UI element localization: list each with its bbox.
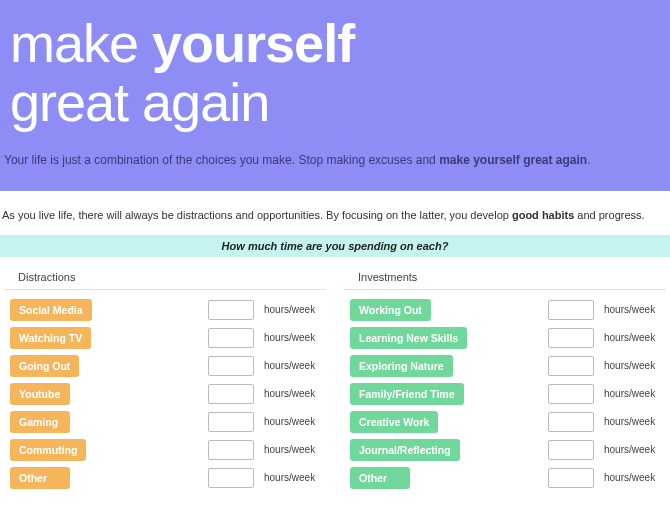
- list-item: Other hours/week: [4, 464, 326, 492]
- hours-input[interactable]: [548, 468, 594, 488]
- unit-label: hours/week: [260, 444, 326, 455]
- intro-post: and progress.: [574, 209, 644, 221]
- hero-word-3: great again: [10, 72, 269, 132]
- unit-label: hours/week: [600, 360, 666, 371]
- distraction-tag: Commuting: [10, 439, 86, 461]
- list-item: Going Out hours/week: [4, 352, 326, 380]
- unit-label: hours/week: [260, 416, 326, 427]
- distraction-tag: Social Media: [10, 299, 92, 321]
- hours-input[interactable]: [548, 300, 594, 320]
- unit-label: hours/week: [600, 304, 666, 315]
- tagline-post: .: [587, 153, 590, 167]
- hours-input[interactable]: [548, 384, 594, 404]
- list-item: Watching TV hours/week: [4, 324, 326, 352]
- list-item: Creative Work hours/week: [344, 408, 666, 436]
- list-item: Family/Friend Time hours/week: [344, 380, 666, 408]
- list-item: Gaming hours/week: [4, 408, 326, 436]
- distraction-tag: Going Out: [10, 355, 79, 377]
- list-item: Youtube hours/week: [4, 380, 326, 408]
- distractions-column: Distractions Social Media hours/week Wat…: [4, 267, 326, 492]
- investment-tag: Exploring Nature: [350, 355, 453, 377]
- unit-label: hours/week: [600, 444, 666, 455]
- investment-tag: Creative Work: [350, 411, 438, 433]
- distraction-tag: Watching TV: [10, 327, 91, 349]
- list-item: Learning New Skills hours/week: [344, 324, 666, 352]
- hours-input[interactable]: [208, 356, 254, 376]
- unit-label: hours/week: [260, 332, 326, 343]
- list-item: Other hours/week: [344, 464, 666, 492]
- hours-input[interactable]: [548, 440, 594, 460]
- tagline-emph: make yourself great again: [439, 153, 587, 167]
- unit-label: hours/week: [600, 416, 666, 427]
- hero-title: make yourself great again: [10, 14, 660, 133]
- unit-label: hours/week: [600, 472, 666, 483]
- intro-emph: good habits: [512, 209, 574, 221]
- unit-label: hours/week: [600, 388, 666, 399]
- intro-pre: As you live life, there will always be d…: [2, 209, 512, 221]
- unit-label: hours/week: [260, 388, 326, 399]
- columns-wrapper: Distractions Social Media hours/week Wat…: [0, 257, 670, 492]
- investments-column: Investments Working Out hours/week Learn…: [344, 267, 666, 492]
- list-item: Exploring Nature hours/week: [344, 352, 666, 380]
- list-item: Commuting hours/week: [4, 436, 326, 464]
- distraction-tag: Other: [10, 467, 70, 489]
- unit-label: hours/week: [260, 360, 326, 371]
- hours-input[interactable]: [208, 468, 254, 488]
- investment-tag: Journal/Reflecting: [350, 439, 460, 461]
- distraction-tag: Gaming: [10, 411, 70, 433]
- list-item: Social Media hours/week: [4, 296, 326, 324]
- intro-text: As you live life, there will always be d…: [0, 191, 670, 235]
- list-item: Journal/Reflecting hours/week: [344, 436, 666, 464]
- hours-input[interactable]: [208, 384, 254, 404]
- investments-header: Investments: [344, 267, 666, 290]
- distractions-header: Distractions: [4, 267, 326, 290]
- hours-input[interactable]: [548, 328, 594, 348]
- hours-input[interactable]: [208, 328, 254, 348]
- list-item: Working Out hours/week: [344, 296, 666, 324]
- distraction-tag: Youtube: [10, 383, 70, 405]
- hours-input[interactable]: [208, 440, 254, 460]
- hours-input[interactable]: [208, 412, 254, 432]
- investment-tag: Family/Friend Time: [350, 383, 464, 405]
- question-bar: How much time are you spending on each?: [0, 235, 670, 257]
- investment-tag: Learning New Skills: [350, 327, 467, 349]
- investment-tag: Other: [350, 467, 410, 489]
- unit-label: hours/week: [600, 332, 666, 343]
- hero-word-2: yourself: [152, 13, 354, 73]
- tagline-pre: Your life is just a combination of the c…: [4, 153, 439, 167]
- hours-input[interactable]: [548, 356, 594, 376]
- tagline: Your life is just a combination of the c…: [0, 141, 670, 191]
- hours-input[interactable]: [548, 412, 594, 432]
- unit-label: hours/week: [260, 304, 326, 315]
- hero-word-1: make: [10, 13, 138, 73]
- investment-tag: Working Out: [350, 299, 431, 321]
- hours-input[interactable]: [208, 300, 254, 320]
- unit-label: hours/week: [260, 472, 326, 483]
- hero-banner: make yourself great again: [0, 0, 670, 141]
